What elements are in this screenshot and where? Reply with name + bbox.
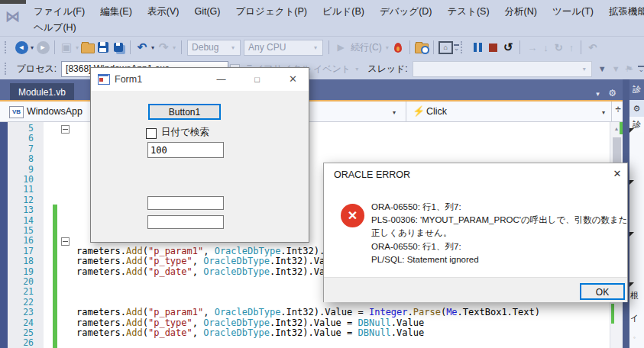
menu-item[interactable]: Git(G) xyxy=(186,4,228,19)
new-project-dropdown-chevron-icon[interactable]: ▾ xyxy=(76,44,79,51)
hot-reload-button[interactable] xyxy=(391,39,405,56)
toolbar-grip[interactable] xyxy=(5,41,10,53)
menu-item[interactable]: テスト(S) xyxy=(440,3,497,21)
more-options-chevron-icon[interactable]: ⌄ xyxy=(638,66,644,72)
lifecycle-dropdown-chevron-icon[interactable]: ▾ xyxy=(355,66,358,72)
oracle-error-dialog[interactable]: ORACLE ERROR ✕ ✕ ORA-06550: 行1、列7:PLS-00… xyxy=(323,163,628,302)
form1-window[interactable]: Form1 — □ ✕ Button1 日付で検索 xyxy=(90,67,309,243)
ok-button[interactable]: OK xyxy=(580,283,625,300)
filter-clear-icon[interactable]: ▼ xyxy=(612,64,620,73)
save-button[interactable] xyxy=(96,39,110,56)
undo-dropdown-chevron-icon[interactable]: ▾ xyxy=(151,44,154,51)
continue-dropdown-chevron-icon[interactable]: ▾ xyxy=(386,44,389,51)
menu-item[interactable]: 編集(E) xyxy=(92,3,140,21)
menu-item[interactable]: ツール(T) xyxy=(545,3,601,21)
menu-item[interactable]: 分析(N) xyxy=(497,3,545,21)
toolbar-grip[interactable] xyxy=(461,41,466,53)
navigate-back-button[interactable]: ◄ xyxy=(15,39,28,56)
line-number: 14 xyxy=(8,216,34,226)
fold-collapse-box[interactable] xyxy=(61,125,70,134)
scrollbar-change-mark xyxy=(611,304,614,324)
menu-row-2: ヘルプ(H) xyxy=(26,19,84,37)
section-collapse-triangle-icon[interactable] xyxy=(629,180,634,185)
split-editor-handle[interactable]: ÷ xyxy=(613,103,623,114)
redo-dropdown-chevron-icon[interactable]: ▾ xyxy=(173,44,176,51)
tab-list-chevron-icon[interactable]: ▾ xyxy=(596,90,600,98)
form1-titlebar[interactable]: Form1 — □ ✕ xyxy=(91,68,309,91)
member-dropdown-chevron-icon[interactable]: ▾ xyxy=(393,109,396,116)
menu-item[interactable]: 拡張機能(X) xyxy=(601,3,644,21)
navbar-divider xyxy=(406,102,406,122)
open-file-button[interactable] xyxy=(81,39,95,56)
redo-button[interactable]: ↷ xyxy=(157,39,170,56)
close-button[interactable]: ✕ xyxy=(276,68,310,91)
code-line-25[interactable]: 25rameters.Add("p_date", OracleDbType.In… xyxy=(0,328,623,338)
magnifier-icon xyxy=(421,46,429,54)
menu-item[interactable]: プロジェクト(P) xyxy=(228,3,315,21)
date-search-checkbox[interactable] xyxy=(146,128,157,139)
menu-bar: ⋈ ファイル(F)編集(E)表示(V)Git(G)プロジェクト(P)ビルド(B)… xyxy=(0,0,644,37)
section-collapse-triangle-icon[interactable] xyxy=(629,282,634,287)
solution-configuration-combobox[interactable]: Debug▾ xyxy=(187,40,241,56)
code-line-23[interactable]: 23rameters.Add("p_param1", OracleDbType.… xyxy=(0,308,623,317)
filter-icon[interactable]: ▼ xyxy=(598,64,607,73)
date-search-checkbox-label: 日付で検索 xyxy=(161,126,209,139)
save-all-icon xyxy=(114,43,123,52)
section-collapse-triangle-icon[interactable] xyxy=(629,128,634,133)
back-icon: ◄ xyxy=(15,41,28,54)
navigate-forward-button[interactable]: ► xyxy=(36,39,50,56)
find-in-files-button[interactable] xyxy=(415,39,429,56)
thread-filter-buttons: ▼ ▼ ⚑ ⌄ xyxy=(598,64,644,74)
section-collapse-triangle-icon[interactable] xyxy=(629,232,634,237)
code-text: rameters.Add("p_type", OracleDbType.Int3… xyxy=(76,256,336,266)
scrollbar-thumb[interactable] xyxy=(613,137,621,163)
line-number: 7 xyxy=(8,144,34,154)
save-all-button[interactable] xyxy=(112,39,125,56)
event-dropdown-chevron-icon[interactable]: ▾ xyxy=(602,109,605,116)
flagged-threads-icon[interactable]: ⚑ xyxy=(626,64,633,74)
step-into-button[interactable]: ↓ xyxy=(543,42,549,53)
code-text: rameters.Add("p_date", OracleDbType.Int3… xyxy=(76,267,336,277)
pause-button[interactable] xyxy=(471,39,484,56)
event-dropdown[interactable]: Click xyxy=(426,102,447,122)
textbox1[interactable] xyxy=(147,142,224,158)
step-out-button[interactable]: ↑ xyxy=(569,42,574,53)
button1[interactable]: Button1 xyxy=(148,104,221,120)
dialog-close-button[interactable]: ✕ xyxy=(609,168,626,183)
stop-debugging-button[interactable] xyxy=(486,39,500,56)
code-line-24[interactable]: 24rameters.Add("p_type", OracleDbType.In… xyxy=(0,318,623,328)
undo-button[interactable]: ↶ xyxy=(135,39,149,56)
code-line-26[interactable]: 26 xyxy=(0,338,623,348)
back-dropdown-chevron-icon[interactable]: ▾ xyxy=(31,44,34,51)
line-number: 19 xyxy=(8,267,34,277)
solution-platform-combobox[interactable]: Any CPU▾ xyxy=(244,40,323,56)
save-icon xyxy=(98,42,108,53)
gear-icon[interactable]: ⚙ xyxy=(608,88,616,98)
step-over-button[interactable]: ↻ xyxy=(555,42,563,53)
fold-collapse-box[interactable] xyxy=(61,237,70,246)
undo-navigation-button[interactable]: ↶ xyxy=(588,42,597,53)
line-number: 18 xyxy=(8,256,34,266)
menu-item[interactable]: ファイル(F) xyxy=(26,3,92,21)
continue-button[interactable]: ▶ xyxy=(334,39,348,56)
new-project-button[interactable]: ▣ xyxy=(60,39,73,56)
gear-icon[interactable]: ⚙ xyxy=(629,100,644,117)
project-breadcrumb[interactable]: WindowsApp xyxy=(27,102,83,122)
show-next-statement-button[interactable]: → xyxy=(527,42,537,53)
menu-item[interactable]: 表示(V) xyxy=(140,3,187,21)
toolbar-grip[interactable] xyxy=(5,63,10,75)
menu-item[interactable]: ヘルプ(H) xyxy=(26,19,84,37)
open-folder-icon xyxy=(81,44,95,53)
textbox2[interactable] xyxy=(147,196,224,210)
tab-module1-vb[interactable]: Module1.vb xyxy=(10,83,74,102)
textbox3[interactable] xyxy=(147,215,224,229)
menu-item[interactable]: デバッグ(D) xyxy=(372,3,440,21)
diagnostic-tools-tab[interactable]: 診 xyxy=(629,79,644,100)
minimize-button[interactable]: — xyxy=(204,68,238,91)
maximize-button[interactable]: □ xyxy=(240,68,274,91)
menu-item[interactable]: ビルド(B) xyxy=(315,3,372,21)
show-all-windows-button[interactable]: ⌂ xyxy=(439,39,453,56)
restart-button[interactable]: ↺ xyxy=(501,39,515,56)
thread-combobox[interactable]: ▾ xyxy=(413,61,592,77)
window-dropdown-chevron-icon[interactable]: ⌄ xyxy=(454,44,460,51)
